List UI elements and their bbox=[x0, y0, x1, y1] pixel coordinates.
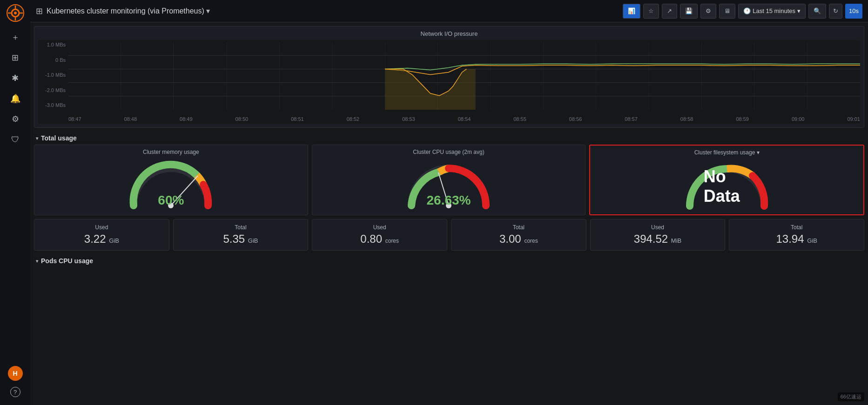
x-label-14: 09:01 bbox=[847, 116, 860, 122]
memory-used-label: Used bbox=[95, 224, 108, 231]
main-content: ⊞ Kubernetes cluster monitoring (via Pro… bbox=[30, 0, 868, 405]
grafana-logo[interactable] bbox=[6, 4, 25, 22]
sidebar-item-help[interactable]: ? bbox=[6, 383, 25, 401]
save-icon: 💾 bbox=[685, 7, 693, 14]
stats-row: Used 3.22 GiB Total 5.35 GiB Used 0.80 c… bbox=[30, 219, 868, 254]
total-usage-label: Total usage bbox=[41, 134, 77, 142]
total-usage-chevron: ▾ bbox=[36, 136, 38, 141]
search-icon: 🔍 bbox=[814, 7, 821, 14]
cpu-gauge-title: Cluster CPU usage (2m avg) bbox=[413, 149, 484, 155]
memory-total-label: Total bbox=[235, 224, 246, 231]
refresh-icon: ↻ bbox=[833, 7, 838, 14]
fs-total-value: 13.94 GiB bbox=[776, 232, 817, 246]
x-label-11: 08:58 bbox=[680, 116, 693, 122]
fs-total-label: Total bbox=[791, 224, 802, 231]
chart-plot bbox=[68, 42, 860, 110]
share-button[interactable]: ↗ bbox=[662, 4, 677, 19]
cpu-gauge-container: 26.63% bbox=[402, 159, 495, 210]
watermark: 66亿速运 bbox=[838, 392, 864, 401]
x-label-13: 09:00 bbox=[792, 116, 805, 122]
filesystem-gauge-value: No Data bbox=[704, 167, 750, 206]
filesystem-dropdown-icon[interactable]: ▾ bbox=[757, 149, 760, 156]
sidebar-item-shield[interactable]: 🛡 bbox=[6, 130, 25, 149]
time-range-label: Last 15 minutes bbox=[753, 7, 795, 14]
y-label-1: 1.0 MBs bbox=[41, 42, 66, 47]
cpu-used-stat: Used 0.80 cores bbox=[312, 219, 447, 251]
cpu-total-stat: Total 3.00 cores bbox=[451, 219, 586, 251]
refresh-button[interactable]: ↻ bbox=[829, 4, 842, 19]
monitor-button[interactable]: 🖥 bbox=[719, 4, 735, 19]
network-panel-title: Network I/O pressure bbox=[38, 30, 860, 37]
filesystem-gauge-title: Cluster filesystem usage ▾ bbox=[694, 149, 760, 156]
gauges-row: Cluster memory usage bbox=[30, 145, 868, 219]
memory-gauge-title: Cluster memory usage bbox=[143, 149, 199, 155]
avatar[interactable]: H bbox=[8, 366, 23, 381]
fs-used-value: 394.52 MiB bbox=[634, 232, 681, 246]
network-io-panel: Network I/O pressure 1.0 MBs 0 Bs -1.0 M… bbox=[34, 26, 864, 128]
fs-used-label: Used bbox=[651, 224, 664, 231]
monitor-icon: 🖥 bbox=[724, 7, 730, 14]
sidebar-item-alerts[interactable]: 🔔 bbox=[6, 89, 25, 108]
sidebar-item-dashboards[interactable]: ⊞ bbox=[6, 48, 25, 67]
pods-cpu-section-header[interactable]: ▾ Pods CPU usage bbox=[30, 254, 868, 267]
memory-used-value: 3.22 GiB bbox=[84, 232, 119, 246]
star-icon: ☆ bbox=[648, 7, 654, 14]
x-axis: 08:47 08:48 08:49 08:50 08:51 08:52 08:5… bbox=[68, 114, 860, 124]
x-label-12: 08:59 bbox=[736, 116, 749, 122]
share-icon: ↗ bbox=[667, 7, 672, 14]
x-label-2: 08:49 bbox=[180, 116, 193, 122]
star-button[interactable]: ☆ bbox=[643, 4, 659, 19]
page-title: Kubernetes cluster monitoring (via Prome… bbox=[47, 7, 619, 15]
pods-cpu-chevron: ▾ bbox=[36, 259, 38, 264]
sidebar-item-explore[interactable]: ✱ bbox=[6, 69, 25, 87]
x-label-6: 08:53 bbox=[402, 116, 415, 122]
topbar: ⊞ Kubernetes cluster monitoring (via Pro… bbox=[30, 0, 868, 22]
pods-cpu-label: Pods CPU usage bbox=[41, 257, 93, 265]
memory-total-stat: Total 5.35 GiB bbox=[173, 219, 309, 251]
x-label-1: 08:48 bbox=[124, 116, 137, 122]
x-label-5: 08:52 bbox=[347, 116, 360, 122]
total-usage-section-header[interactable]: ▾ Total usage bbox=[30, 132, 868, 145]
filesystem-gauge-container: No Data bbox=[680, 159, 774, 211]
y-label-4: -2.0 MBs bbox=[41, 87, 66, 93]
x-label-9: 08:56 bbox=[569, 116, 582, 122]
settings-button[interactable]: ⚙ bbox=[700, 4, 716, 19]
filesystem-gauge-panel: Cluster filesystem usage ▾ No Data bbox=[589, 145, 864, 215]
svg-point-6 bbox=[14, 12, 17, 14]
x-label-7: 08:54 bbox=[458, 116, 471, 122]
memory-gauge-panel: Cluster memory usage bbox=[34, 145, 308, 215]
time-range-dropdown-icon: ▾ bbox=[797, 7, 801, 14]
fs-total-stat: Total 13.94 GiB bbox=[729, 219, 864, 251]
time-range-picker[interactable]: 🕐 Last 15 minutes ▾ bbox=[738, 4, 806, 19]
y-axis: 1.0 MBs 0 Bs -1.0 MBs -2.0 MBs -3.0 MBs bbox=[38, 40, 68, 110]
sidebar-item-settings[interactable]: ⚙ bbox=[6, 110, 25, 128]
refresh-interval[interactable]: 10s bbox=[845, 4, 862, 19]
title-dropdown-icon[interactable]: ▾ bbox=[206, 7, 210, 15]
cpu-gauge-panel: Cluster CPU usage (2m avg) bbox=[312, 145, 586, 215]
network-chart-area: 1.0 MBs 0 Bs -1.0 MBs -2.0 MBs -3.0 MBs bbox=[38, 40, 860, 124]
x-label-0: 08:47 bbox=[68, 116, 81, 122]
y-label-3: -1.0 MBs bbox=[41, 72, 66, 78]
fs-used-stat: Used 394.52 MiB bbox=[590, 219, 726, 251]
search-button[interactable]: 🔍 bbox=[808, 4, 826, 19]
x-label-3: 08:50 bbox=[236, 116, 249, 122]
clock-icon: 🕐 bbox=[743, 7, 751, 14]
x-label-4: 08:51 bbox=[291, 116, 304, 122]
cpu-gauge-value: 26.63% bbox=[427, 193, 471, 208]
memory-gauge-container: 60% bbox=[124, 159, 217, 210]
visualizations-button[interactable]: 📊 bbox=[623, 4, 640, 19]
memory-used-stat: Used 3.22 GiB bbox=[34, 219, 169, 251]
memory-total-value: 5.35 GiB bbox=[223, 232, 258, 246]
gear-icon: ⚙ bbox=[706, 7, 711, 14]
dashboard: Network I/O pressure 1.0 MBs 0 Bs -1.0 M… bbox=[30, 22, 868, 405]
save-button[interactable]: 💾 bbox=[680, 4, 698, 19]
cpu-used-label: Used bbox=[373, 224, 386, 231]
y-label-2: 0 Bs bbox=[41, 57, 66, 63]
dashboard-grid-icon: ⊞ bbox=[36, 6, 43, 16]
cpu-total-value: 3.00 cores bbox=[499, 232, 538, 246]
sidebar: ＋ ⊞ ✱ 🔔 ⚙ 🛡 H ? bbox=[0, 0, 30, 405]
sidebar-item-add[interactable]: ＋ bbox=[6, 28, 25, 46]
cpu-used-value: 0.80 cores bbox=[360, 232, 399, 246]
topbar-actions: 📊 ☆ ↗ 💾 ⚙ 🖥 🕐 Last 15 minutes ▾ bbox=[623, 4, 862, 19]
x-label-10: 08:57 bbox=[625, 116, 638, 122]
